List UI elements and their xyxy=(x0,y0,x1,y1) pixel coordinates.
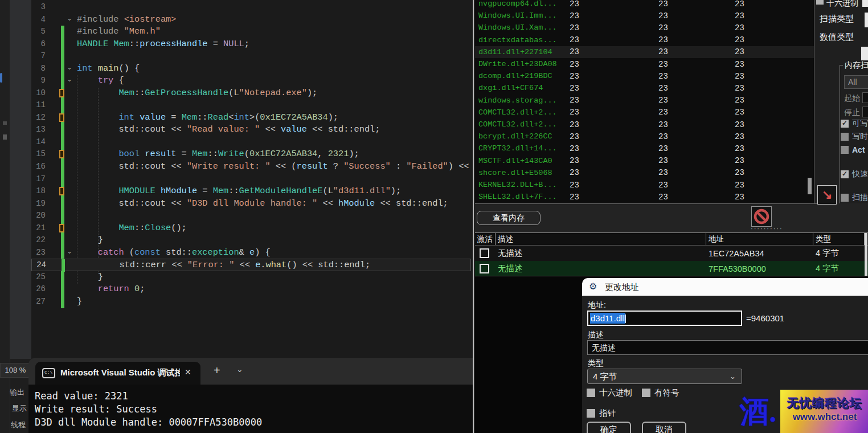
gutter-mark[interactable] xyxy=(59,187,64,195)
scan-result-row[interactable]: nvgpucomp64.dl...232323 xyxy=(475,0,814,10)
address-row[interactable]: 无描述7FFA530B00004 字节 xyxy=(475,261,868,276)
address-list-header[interactable]: 激活 描述 地址 类型 xyxy=(475,232,868,246)
code-line[interactable]: 14 xyxy=(31,136,471,149)
active-checkbox[interactable] xyxy=(480,248,489,258)
scan-result-row[interactable]: windows.storag...232323 xyxy=(475,95,814,107)
terminal-output[interactable]: Read value: 2321Write result: SuccessD3D… xyxy=(28,385,473,433)
scan-result-row[interactable]: d3d11.dll+227104232323 xyxy=(475,46,814,58)
code-line[interactable]: 15 bool result = Mem::Write(0x1EC72A5AB3… xyxy=(31,148,471,161)
scan-result-row[interactable]: bcrypt.dll+226CC232323 xyxy=(475,130,814,142)
code-line[interactable]: 26 return 0; xyxy=(31,283,471,296)
col-address[interactable]: 地址 xyxy=(706,233,813,245)
view-memory-button[interactable]: 查看内存 xyxy=(477,211,541,225)
scrollbar-thumb[interactable] xyxy=(808,178,812,194)
gutter-mark[interactable] xyxy=(59,150,64,158)
scan-result-row[interactable]: directxdatabas...232323 xyxy=(475,34,814,46)
value-type-combo-fragment[interactable] xyxy=(861,47,868,60)
hex-checkbox[interactable] xyxy=(816,0,824,5)
code-line[interactable]: 13 std::cout << "Read value: " << value … xyxy=(31,124,471,136)
type-dropdown[interactable]: 4 字节 ⌄ xyxy=(587,369,742,384)
code-line[interactable]: 24 std::cerr << "Error: " << e.what() <<… xyxy=(31,259,471,271)
scan-results-scrollbar[interactable] xyxy=(807,0,812,203)
code-line[interactable]: 21 Mem::Close(); xyxy=(31,222,471,235)
signed-checkbox-row[interactable]: 有符号 xyxy=(642,387,679,397)
address-input[interactable]: d3d11.dll xyxy=(587,311,742,326)
scan-result-row[interactable]: SHELL32.dll+7F...232323 xyxy=(475,191,814,203)
code-line[interactable]: 16 std::cout << "Write result: " << (res… xyxy=(31,161,471,173)
gutter-mark[interactable] xyxy=(59,224,64,232)
scan-result-row[interactable]: COMCTL32.dll+2...232323 xyxy=(475,119,814,130)
scan-result-row[interactable]: CRYPT32.dll+14...232323 xyxy=(475,142,814,154)
code-line[interactable]: 7 xyxy=(31,50,471,63)
new-tab-button[interactable]: + xyxy=(214,364,220,377)
pointer-checkbox[interactable] xyxy=(587,409,595,418)
code-editor[interactable]: 34⌄#include <iostream>5#include "Mem.h"6… xyxy=(31,0,473,359)
scan-result-row[interactable]: shcore.dll+E5068232323 xyxy=(475,167,814,179)
close-icon[interactable]: ✕ xyxy=(185,367,191,377)
checkbox[interactable]: ✓ xyxy=(841,120,849,128)
editor-zoom-control[interactable]: 108 % xyxy=(0,363,31,378)
pointer-checkbox-row[interactable]: 指针 xyxy=(587,408,616,417)
hex-checkbox[interactable] xyxy=(587,389,595,397)
scan-result-row[interactable]: dcomp.dll+219BDC232323 xyxy=(475,70,814,82)
scan-result-row[interactable]: COMCTL32.dll+2...232323 xyxy=(475,107,814,119)
col-active[interactable]: 激活 xyxy=(475,233,496,245)
code-line[interactable]: 18 HMODULE hModule = Mem::GetModuleHandl… xyxy=(31,185,471,198)
code-line[interactable]: 23⌄ catch (const std::exception& e) { xyxy=(31,247,471,259)
code-line[interactable]: 8⌄int main() { xyxy=(31,63,471,75)
signed-checkbox[interactable] xyxy=(642,389,650,397)
col-type[interactable]: 类型 xyxy=(813,233,865,245)
stop-input[interactable] xyxy=(862,107,868,117)
scan-result-row[interactable]: dxgi.dll+CF674232323 xyxy=(475,82,814,94)
gutter-mark[interactable] xyxy=(59,113,64,122)
scan-results-list[interactable]: nvgpucomp64.dl...232323Windows.UI.Imm...… xyxy=(475,0,814,203)
code-line[interactable]: 12 int value = Mem::Read<int>(0x1EC72A5A… xyxy=(31,112,471,124)
checkbox[interactable] xyxy=(841,194,849,202)
cancel-button[interactable]: 取消 xyxy=(642,422,686,433)
scan-result-row[interactable]: MSCTF.dll+143CA0232323 xyxy=(475,155,814,167)
hex-checkbox-row[interactable]: 十六进制 xyxy=(587,387,632,397)
scan-result-row[interactable]: Windows.UI.Xam...232323 xyxy=(475,22,814,34)
scan-option-5[interactable]: 扫描只读 xyxy=(841,192,868,201)
code-line[interactable]: 20 xyxy=(31,210,471,222)
checkbox[interactable] xyxy=(841,146,849,154)
scan-option-4[interactable]: ✓快速扫描 xyxy=(841,169,868,178)
region-combo[interactable]: All xyxy=(844,75,868,89)
breakpoint-margin[interactable] xyxy=(10,0,31,359)
scan-type-combo-fragment[interactable] xyxy=(865,13,868,27)
gutter-mark[interactable] xyxy=(59,89,64,97)
code-line[interactable]: 25 } xyxy=(31,271,471,284)
code-line[interactable]: 11 xyxy=(31,99,471,112)
code-line[interactable]: 17 xyxy=(31,173,471,186)
address-list-scrollbar[interactable] xyxy=(865,233,867,276)
code-line[interactable]: 19 std::cout << "D3D dll Module handle: … xyxy=(31,198,471,210)
code-line[interactable]: 27} xyxy=(31,296,471,308)
scan-result-row[interactable]: Windows.UI.Imm...232323 xyxy=(475,10,814,22)
code-line[interactable]: 6HANDLE Mem::processHandle = NULL; xyxy=(31,38,471,51)
ok-button[interactable]: 确定 xyxy=(587,422,631,433)
dialog-titlebar[interactable]: ⚙ 更改地址 xyxy=(582,278,868,296)
code-line[interactable]: 22 } xyxy=(31,234,471,247)
description-input[interactable]: 无描述 xyxy=(587,340,868,355)
fold-chevron-icon[interactable]: ⌄ xyxy=(65,247,74,255)
col-description[interactable]: 描述 xyxy=(496,233,706,245)
fold-chevron-icon[interactable]: ⌄ xyxy=(65,63,74,71)
start-input[interactable] xyxy=(862,92,868,103)
no-entry-icon[interactable] xyxy=(751,206,772,227)
scan-option-1[interactable]: ✓可写 xyxy=(841,118,868,127)
checkbox[interactable] xyxy=(841,133,849,141)
checkbox[interactable]: ✓ xyxy=(841,170,849,178)
code-line[interactable]: 10 Mem::GetProcessHandle(L"Notepad.exe")… xyxy=(31,87,471,100)
code-line[interactable]: 3 xyxy=(31,1,471,14)
code-line[interactable]: 5#include "Mem.h" xyxy=(31,26,471,38)
scan-result-row[interactable]: DWrite.dll+23DA08232323 xyxy=(475,58,814,70)
code-line[interactable]: 9⌄ try { xyxy=(31,75,471,87)
output-panel-label[interactable]: 输出 xyxy=(10,387,24,398)
grip-dots[interactable]: ·········· xyxy=(751,225,783,232)
address-row[interactable]: 无描述1EC72A5AB344 字节 xyxy=(475,246,868,261)
terminal-tab[interactable]: C:\ Microsoft Visual Studio 调试控制台 ✕ xyxy=(35,362,200,385)
fold-chevron-icon[interactable]: ⌄ xyxy=(65,75,74,83)
scan-result-row[interactable]: KERNEL32.DLL+B...232323 xyxy=(475,179,814,191)
active-checkbox[interactable] xyxy=(480,264,489,273)
scan-option-2[interactable]: 写时复制 xyxy=(841,131,868,140)
